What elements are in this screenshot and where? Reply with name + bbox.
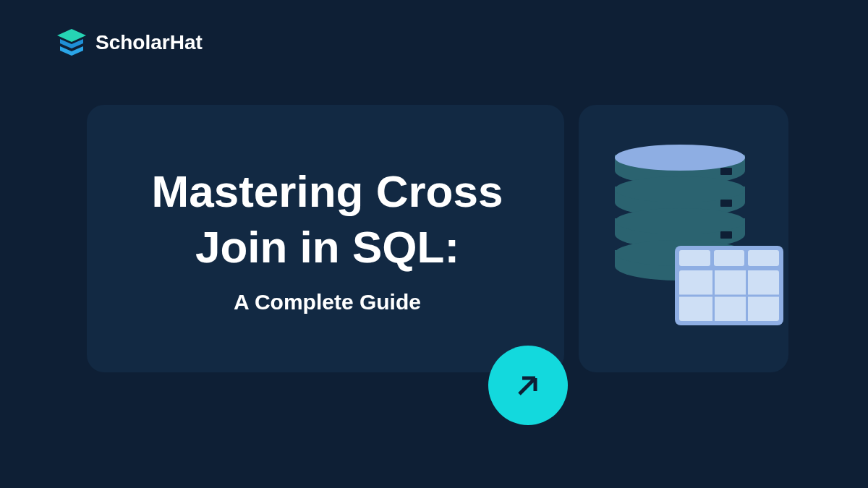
database-table-illustration bbox=[604, 137, 763, 340]
arrow-up-right-icon bbox=[511, 368, 545, 403]
title-card: Mastering Cross Join in SQL: A Complete … bbox=[87, 105, 564, 372]
page-subtitle: A Complete Guide bbox=[234, 290, 421, 314]
page-title: Mastering Cross Join in SQL: bbox=[127, 163, 528, 275]
scholarhat-logo-icon bbox=[56, 29, 87, 56]
illustration-card bbox=[579, 105, 788, 372]
main-content: Mastering Cross Join in SQL: A Complete … bbox=[87, 105, 788, 372]
table-icon bbox=[675, 246, 783, 325]
brand-logo: ScholarHat bbox=[56, 29, 203, 56]
arrow-button[interactable] bbox=[488, 346, 568, 425]
brand-name: ScholarHat bbox=[95, 31, 203, 54]
